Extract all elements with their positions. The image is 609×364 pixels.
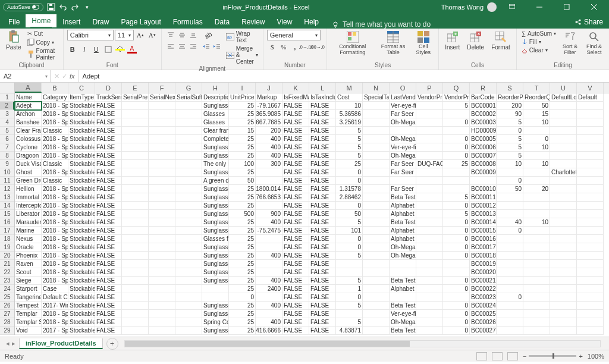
data-cell[interactable] [416,260,443,268]
data-cell[interactable]: 25 [229,243,256,252]
sheet-tab-active[interactable]: inFlow_ProductDetails [19,338,103,349]
data-cell[interactable]: FALSE [95,135,122,143]
row-header[interactable]: 6 [0,135,14,143]
data-cell[interactable] [256,235,282,243]
data-cell[interactable]: 766.6653 [256,193,282,202]
data-cell[interactable]: 5 [443,102,470,110]
data-cell[interactable]: FALSE [95,218,122,227]
data-cell[interactable]: BC00024 [470,302,497,310]
data-cell[interactable]: FALSE [309,143,336,152]
close-icon[interactable] [582,0,606,14]
data-cell[interactable] [175,135,202,143]
data-cell[interactable]: FALSE [95,118,122,127]
data-cell[interactable]: FALSE [309,260,336,268]
fill-button[interactable]: Fill ▾ [520,38,557,46]
data-cell[interactable]: 25 [229,168,256,177]
data-cell[interactable]: 0 [443,310,470,318]
data-cell[interactable] [577,152,604,160]
header-cell[interactable]: SerialPref [122,93,149,102]
data-cell[interactable]: 25 [229,118,256,127]
data-cell[interactable]: 2018 - Spri [42,310,68,318]
minimize-icon[interactable] [528,0,551,14]
data-cell[interactable] [256,260,282,268]
data-cell[interactable]: FALSE [95,193,122,202]
data-cell[interactable]: Stockable [68,152,95,160]
data-cell[interactable] [175,118,202,127]
data-cell[interactable] [122,102,149,110]
data-cell[interactable] [497,268,523,277]
data-cell[interactable] [577,193,604,202]
data-cell[interactable]: 25 [229,327,256,335]
data-cell[interactable] [122,177,149,185]
percent-format-icon[interactable]: % [278,42,289,52]
name-box[interactable]: A2 [0,70,51,82]
zoom-in-icon[interactable]: + [579,353,582,360]
data-cell[interactable]: Intercepto [15,202,42,210]
data-cell[interactable]: Sunglasse [202,202,229,210]
data-cell[interactable]: BC00025 [470,310,497,318]
data-cell[interactable]: Stockable [68,235,95,243]
data-cell[interactable]: 90 [497,110,523,118]
data-cell[interactable]: FALSE [309,310,336,318]
data-cell[interactable]: BC00014 [470,218,497,227]
data-cell[interactable] [443,268,470,277]
data-cell[interactable]: 25 [443,160,470,168]
font-color-button[interactable]: A [127,44,137,55]
data-cell[interactable] [122,168,149,177]
data-cell[interactable] [175,293,202,302]
data-cell[interactable]: Stockable [68,243,95,252]
data-cell[interactable] [149,235,175,243]
header-cell[interactable]: Category [42,93,68,102]
data-cell[interactable]: Oh-Mega Frames [390,318,416,327]
data-cell[interactable]: Sunglasse [202,218,229,227]
data-cell[interactable] [363,218,390,227]
data-cell[interactable] [175,152,202,160]
data-cell[interactable]: FALSE [95,252,122,260]
data-cell[interactable] [122,143,149,152]
data-cell[interactable]: BC00006 [470,143,497,152]
data-cell[interactable] [175,202,202,210]
data-cell[interactable]: Stockable [68,260,95,268]
header-cell[interactable]: SpecialTa [363,93,390,102]
data-cell[interactable] [175,260,202,268]
column-header[interactable]: M [336,83,363,93]
data-cell[interactable]: Archon [15,110,42,118]
data-cell[interactable]: Sunglasse [202,152,229,160]
data-cell[interactable]: FALSE [282,235,309,243]
data-cell[interactable]: BC00020 [470,268,497,277]
data-cell[interactable]: FALSE [309,193,336,202]
data-cell[interactable] [550,193,577,202]
cell-styles-button[interactable]: Cell Styles [412,30,435,57]
data-cell[interactable] [577,210,604,218]
data-cell[interactable] [122,310,149,318]
zoom-out-icon[interactable]: − [523,353,526,360]
data-cell[interactable]: Sunglasse [202,302,229,310]
row-header[interactable]: 11 [0,177,14,185]
wrap-text-button[interactable]: abWrap Text [225,30,259,44]
data-cell[interactable]: 0 [443,202,470,210]
data-cell[interactable]: FALSE [95,268,122,277]
column-header[interactable]: S [497,83,523,93]
data-cell[interactable] [523,268,550,277]
sheet-nav-next-icon[interactable]: ▸ [12,340,15,347]
data-cell[interactable] [122,260,149,268]
data-cell[interactable] [550,135,577,143]
data-cell[interactable]: FALSE [282,118,309,127]
data-cell[interactable] [122,327,149,335]
data-cell[interactable]: Oh-Mega Frames [390,118,416,127]
data-cell[interactable]: 25 [229,260,256,268]
data-cell[interactable] [497,285,523,293]
data-cell[interactable] [202,293,229,302]
data-cell[interactable]: Tempest [15,302,42,310]
data-cell[interactable]: 15 [523,110,550,118]
data-cell[interactable]: FALSE [282,243,309,252]
data-cell[interactable]: 0 [336,293,363,302]
data-cell[interactable]: 25 [229,135,256,143]
data-cell[interactable] [550,152,577,160]
data-cell[interactable]: FALSE [282,277,309,285]
data-cell[interactable] [363,110,390,118]
data-cell[interactable]: FALSE [95,110,122,118]
increase-font-icon[interactable]: A▴ [135,30,146,40]
data-cell[interactable] [550,268,577,277]
data-cell[interactable]: FALSE [95,127,122,135]
